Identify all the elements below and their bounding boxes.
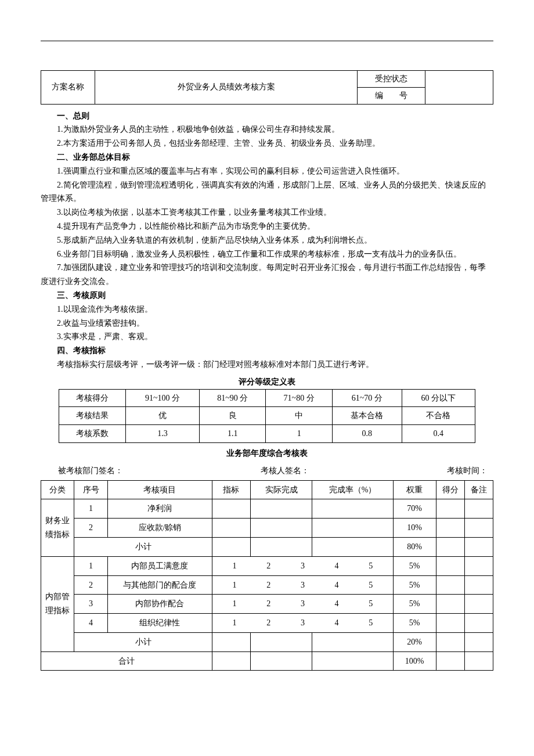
hdr-rate: 完成率（%）	[312, 480, 393, 499]
grade-cell: 1.3	[125, 425, 199, 443]
scale-val: 4	[321, 597, 353, 611]
actual-cell	[250, 632, 312, 651]
score-cell	[436, 499, 464, 519]
scale-val: 3	[287, 616, 319, 630]
s3-p1: 1.以现金流作为考核依据。	[41, 303, 493, 316]
grade-table: 考核得分 91~100 分 81~90 分 71~80 分 61~70 分 60…	[59, 389, 475, 443]
weight: 80%	[393, 537, 436, 556]
weight: 5%	[393, 556, 436, 575]
s3-p2: 2.收益与业绩紧密挂钩。	[41, 316, 493, 330]
scale-val: 3	[287, 597, 319, 611]
scale-val: 2	[252, 597, 284, 611]
scale-val: 4	[321, 559, 353, 573]
hdr-actual: 实际完成	[250, 480, 312, 499]
item: 内部协作配合	[107, 595, 212, 614]
grade-cell: 71~80 分	[266, 389, 332, 407]
annual-table-title: 业务部年度综合考核表	[41, 447, 493, 460]
scale-val: 2	[252, 559, 284, 573]
s1-p2: 2.本方案适用于公司务部人员，包括业务部经理、主管、业务员、初级业务员、业务助理…	[41, 136, 493, 150]
indicator-cell	[212, 632, 251, 651]
grade-cell: 81~90 分	[200, 389, 266, 407]
remark-cell	[464, 499, 493, 519]
page-container: 方案名称 外贸业务人员绩效考核方案 受控状态 编 号 一、总则 1.为激励外贸业…	[0, 0, 534, 705]
grade-cell: 基本合格	[332, 407, 402, 425]
seq: 3	[74, 595, 107, 614]
scale-cell: 1 2 3 4 5	[212, 595, 394, 614]
score-cell	[436, 537, 464, 556]
grade-cell: 良	[200, 407, 266, 425]
indicator-cell	[212, 519, 251, 538]
item: 净利润	[107, 499, 212, 519]
scale-val: 2	[252, 616, 284, 630]
body-text: 一、总则 1.为激励外贸业务人员的主动性，积极地争创效益，确保公司生存和持续发展…	[41, 109, 493, 372]
indicator-cell	[212, 537, 251, 556]
table-row: 2 应收款/赊销 10%	[41, 519, 493, 538]
score-cell	[436, 632, 464, 651]
grade-row-result: 考核结果 优 良 中 基本合格 不合格	[59, 407, 475, 425]
cat1-label: 财务业绩指标	[41, 499, 74, 556]
score-cell	[436, 614, 464, 633]
score-cell	[436, 556, 464, 575]
cat2-label: 内部管理指标	[41, 556, 74, 651]
sig-time: 考核时间：	[447, 464, 488, 478]
table-row-subtotal: 小计 20%	[41, 632, 493, 651]
s2-p7: 7.加强团队建设，建立业务和管理技巧的培训和交流制度。每周定时召开业务汇报会，每…	[41, 261, 493, 289]
table-row: 3 内部协作配合 1 2 3 4 5 5%	[41, 595, 493, 614]
rate-cell	[312, 537, 393, 556]
rate-cell	[312, 499, 393, 519]
scale-val: 1	[219, 597, 251, 611]
scale-cell: 1 2 3 4 5	[212, 614, 394, 633]
top-rule	[41, 41, 493, 41]
scale-val: 1	[219, 578, 251, 592]
remark-cell	[464, 556, 493, 575]
scale-val: 1	[219, 616, 251, 630]
grade-cell: 60 分以下	[402, 389, 475, 407]
score-cell	[436, 651, 464, 671]
label-number: 编 号	[358, 87, 425, 104]
scale-val: 5	[355, 559, 387, 573]
grade-row-score-label: 考核得分	[59, 389, 126, 407]
item: 组织纪律性	[107, 614, 212, 633]
item: 应收款/赊销	[107, 519, 212, 538]
section-2-title: 二、业务部总体目标	[41, 150, 493, 164]
grade-cell: 91~100 分	[125, 389, 199, 407]
signature-row: 被考核部门签名： 考核人签名： 考核时间：	[58, 464, 488, 478]
weight: 5%	[393, 575, 436, 595]
seq: 2	[74, 519, 107, 538]
hdr-item: 考核项目	[107, 480, 212, 499]
actual-cell	[250, 499, 312, 519]
weight: 70%	[393, 499, 436, 519]
weight: 5%	[393, 614, 436, 633]
grade-cell: 1	[266, 425, 332, 443]
actual-cell	[250, 519, 312, 538]
table-row-subtotal: 小计 80%	[41, 537, 493, 556]
s2-p5: 5.形成新产品纳入业务轨道的有效机制，使新产品尽快纳入业务体系，成为利润增长点。	[41, 233, 493, 247]
remark-cell	[464, 595, 493, 614]
score-cell	[436, 519, 464, 538]
grade-table-title: 评分等级定义表	[41, 375, 493, 389]
table-row: 内部管理指标 1 内部员工满意度 1 2 3 4 5 5%	[41, 556, 493, 575]
s1-p1: 1.为激励外贸业务人员的主动性，积极地争创效益，确保公司生存和持续发展。	[41, 123, 493, 136]
section-1-title: 一、总则	[41, 109, 493, 123]
header-table: 方案名称 外贸业务人员绩效考核方案 受控状态 编 号	[41, 70, 493, 105]
grade-cell: 不合格	[402, 407, 475, 425]
grade-cell: 1.1	[200, 425, 266, 443]
table-row: 2 与其他部门的配合度 1 2 3 4 5 5%	[41, 575, 493, 595]
hdr-remark: 备注	[464, 480, 493, 499]
s4-p1: 考核指标实行层级考评，一级考评一级：部门经理对照考核标准对本部门员工进行考评。	[41, 358, 493, 372]
table-row: 4 组织纪律性 1 2 3 4 5 5%	[41, 614, 493, 633]
grade-row-coef: 考核系数 1.3 1.1 1 0.8 0.4	[59, 425, 475, 443]
grade-cell: 中	[266, 407, 332, 425]
actual-cell	[250, 651, 312, 671]
grade-cell: 0.8	[332, 425, 402, 443]
subtotal-label: 小计	[74, 537, 212, 556]
sig-assessor: 考核人签名：	[261, 464, 309, 478]
s2-p2: 2.简化管理流程，做到管理流程透明化，强调真实有效的沟通，形成部门上层、区域、业…	[41, 178, 493, 206]
weight: 5%	[393, 595, 436, 614]
scale-val: 3	[287, 578, 319, 592]
weight: 10%	[393, 519, 436, 538]
actual-cell	[250, 537, 312, 556]
hdr-indicator: 指标	[212, 480, 251, 499]
remark-cell	[464, 537, 493, 556]
seq: 1	[74, 499, 107, 519]
